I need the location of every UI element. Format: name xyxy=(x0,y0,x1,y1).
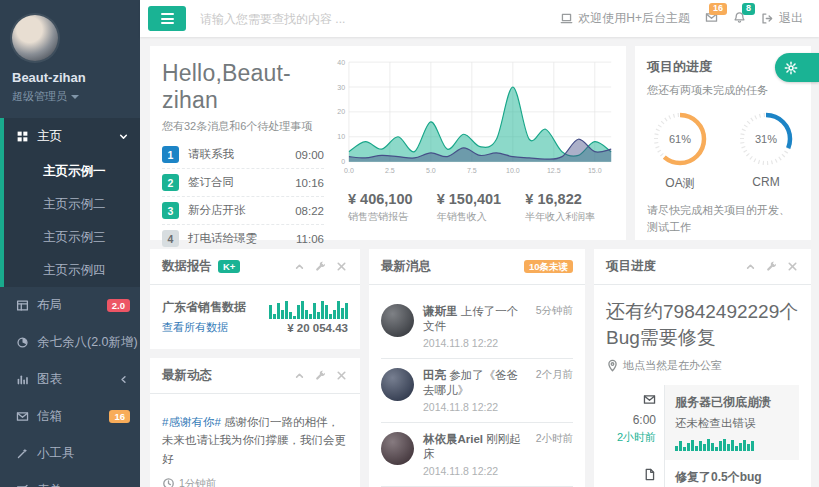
logout-button[interactable]: 退出 xyxy=(761,10,803,27)
sidebar-item-widgets[interactable]: 小工具 xyxy=(0,435,140,472)
project-timeline-panel: 项目进度 还有约79842492229个Bug需要修复 地点当 xyxy=(594,249,811,487)
sidebar-toggle-button[interactable] xyxy=(148,6,186,31)
message-date: 2014.11.8 12:22 xyxy=(423,337,527,349)
timeline-item: 6:00 2小时前 服务器已彻底崩溃 还未检查出错误 xyxy=(606,385,799,460)
panel-title: 数据报告 xyxy=(162,258,212,275)
svg-text:61%: 61% xyxy=(669,133,691,145)
sidebar-menu: 主页主页示例一主页示例二主页示例三主页示例四布局2.0余七余八(2.0新增)图表… xyxy=(0,118,140,487)
donut-CRM: 31% CRM xyxy=(737,110,795,192)
timeline-title: 服务器已彻底崩溃 xyxy=(675,394,789,411)
wrench-icon[interactable] xyxy=(314,369,327,382)
svg-text:40: 40 xyxy=(337,57,345,66)
caret-down-icon xyxy=(71,95,79,99)
sidebar-item-mailbox[interactable]: 信箱16 xyxy=(0,398,140,435)
message-date: 2014.11.8 12:22 xyxy=(423,401,527,413)
avatar xyxy=(381,368,414,401)
messages-count-badge: 16 xyxy=(709,3,727,15)
feed-tag-link[interactable]: #感谢有你# xyxy=(162,416,221,428)
stat-label: 年销售收入 xyxy=(437,210,526,224)
stats-row: ¥ 406,100销售营销报告¥ 150,401年销售收入¥ 16,822半年收… xyxy=(332,191,614,224)
stat: ¥ 16,822半年收入利润率 xyxy=(525,191,614,224)
activity-feed: #感谢有你# 感谢你们一路的相伴，未来也请让我为你们撑腰，我们会更好1分钟前@颜… xyxy=(150,394,360,487)
sidebar-item-v2-new[interactable]: 余七余八(2.0新增) xyxy=(0,324,140,361)
sidebar-item-label: 主页 xyxy=(37,128,62,145)
report-amount: ¥ 20 054.43 xyxy=(269,322,348,334)
timeline-ago: 2小时前 xyxy=(606,430,656,445)
timeline-sparkline xyxy=(675,438,789,451)
magic-icon xyxy=(16,447,29,460)
user-name: Beaut-zihan xyxy=(12,70,128,85)
collapse-icon[interactable] xyxy=(744,260,757,273)
search-input[interactable] xyxy=(198,11,428,27)
sidebar-submenu: 主页示例一主页示例二主页示例三主页示例四 xyxy=(0,155,140,287)
wrench-icon[interactable] xyxy=(765,260,778,273)
donut-label: OA测 xyxy=(651,175,709,192)
sidebar-subitem[interactable]: 主页示例三 xyxy=(4,221,140,254)
close-icon[interactable] xyxy=(335,260,348,273)
page-title: Hello,Beaut-zihan xyxy=(162,60,324,114)
navbar-right: 欢迎使用H+后台主题 16 8 退出 xyxy=(560,10,803,27)
svg-text:31%: 31% xyxy=(755,133,777,145)
collapse-icon[interactable] xyxy=(293,260,306,273)
sidebar-user-section: Beaut-zihan 超级管理员 xyxy=(0,0,140,114)
message-item[interactable]: 谦斯里 上传了一个文件 2014.11.8 12:22 5分钟前 xyxy=(381,295,573,359)
theme-settings-button[interactable] xyxy=(775,53,819,82)
messages-button[interactable]: 16 xyxy=(705,11,718,27)
todo-time: 09:00 xyxy=(295,149,324,161)
panel-tools xyxy=(293,369,348,382)
latest-activity-panel: 最新动态 #感谢有你# 感谢你们一路的相伴，未来也请让我为你们撑腰，我们会更好1… xyxy=(150,358,360,487)
timeline: 6:00 2小时前 服务器已彻底崩溃 还未检查出错误 7:00 3小时前 修复了… xyxy=(606,385,799,487)
svg-text:5.0: 5.0 xyxy=(426,166,436,175)
todo-item[interactable]: 3新分店开张08:22 xyxy=(162,197,324,225)
panel-title: 最新动态 xyxy=(162,367,212,384)
timeline-desc: 还未检查出错误 xyxy=(675,416,789,431)
svg-text:2.5: 2.5 xyxy=(385,166,395,175)
todo-number-badge: 2 xyxy=(162,174,179,191)
laptop-icon xyxy=(560,12,573,25)
sidebar-item-layout[interactable]: 布局2.0 xyxy=(0,287,140,324)
sidebar-item-charts[interactable]: 图表 xyxy=(0,361,140,398)
todo-item[interactable]: 1请联系我09:00 xyxy=(162,141,324,169)
sidebar-item-label: 余七余八(2.0新增) xyxy=(37,334,138,351)
message-ago: 2小时前 xyxy=(536,432,573,477)
sidebar-subitem[interactable]: 主页示例一 xyxy=(4,155,140,188)
sidebar-item-label: 图表 xyxy=(37,371,62,388)
view-all-data-link[interactable]: 查看所有数据 xyxy=(162,320,246,335)
sidebar-subitem[interactable]: 主页示例二 xyxy=(4,188,140,221)
wrench-icon[interactable] xyxy=(314,260,327,273)
hello-subtitle: 您有32条消息和6个待处理事项 xyxy=(162,119,324,134)
sidebar-subitem[interactable]: 主页示例四 xyxy=(4,254,140,287)
panel-subtitle: 您还有两项未完成的任务 xyxy=(647,83,799,98)
todo-time: 08:22 xyxy=(295,205,324,217)
sidebar-item-home[interactable]: 主页 xyxy=(0,118,140,155)
svg-text:12.5: 12.5 xyxy=(547,166,561,175)
sidebar-item-label: 布局 xyxy=(37,297,62,314)
todo-item[interactable]: 2签订合同10:16 xyxy=(162,169,324,197)
todo-label: 签订合同 xyxy=(188,175,234,190)
notifications-button[interactable]: 8 xyxy=(733,11,746,27)
sales-area-chart: 0102030400.02.55.07.510.012.515.0 xyxy=(332,54,614,186)
todo-number-badge: 1 xyxy=(162,146,179,163)
message-item[interactable]: 林依晨Ariel 刚刚起床 2014.11.8 12:22 2小时前 xyxy=(381,423,573,487)
todo-time: 10:16 xyxy=(295,177,324,189)
todo-label: 新分店开张 xyxy=(188,203,246,218)
svg-text:10.0: 10.0 xyxy=(506,166,520,175)
sidebar-item-forms[interactable]: 表单 xyxy=(0,472,140,487)
collapse-icon[interactable] xyxy=(293,369,306,382)
message-ago: 2个月前 xyxy=(536,368,573,413)
user-role-dropdown[interactable]: 超级管理员 xyxy=(12,89,128,104)
donut-label: CRM xyxy=(737,175,795,189)
donut-OA测: 61% OA测 xyxy=(651,110,709,192)
avatar xyxy=(381,304,414,337)
close-icon[interactable] xyxy=(786,260,799,273)
panel-tools xyxy=(744,260,799,273)
todo-label: 请联系我 xyxy=(188,147,234,162)
sales-chart-area: 0102030400.02.55.07.510.012.515.0 ¥ 406,… xyxy=(332,54,614,232)
feed-item: #感谢有你# 感谢你们一路的相伴，未来也请让我为你们撑腰，我们会更好1分钟前 xyxy=(162,404,348,487)
avatar[interactable] xyxy=(12,15,58,61)
close-icon[interactable] xyxy=(335,369,348,382)
stat: ¥ 406,100销售营销报告 xyxy=(348,191,437,224)
bar-chart-icon xyxy=(16,373,29,386)
message-item[interactable]: 田亮 参加了《爸爸去哪儿》 2014.11.8 12:22 2个月前 xyxy=(381,359,573,423)
notifications-count-badge: 8 xyxy=(742,3,755,15)
